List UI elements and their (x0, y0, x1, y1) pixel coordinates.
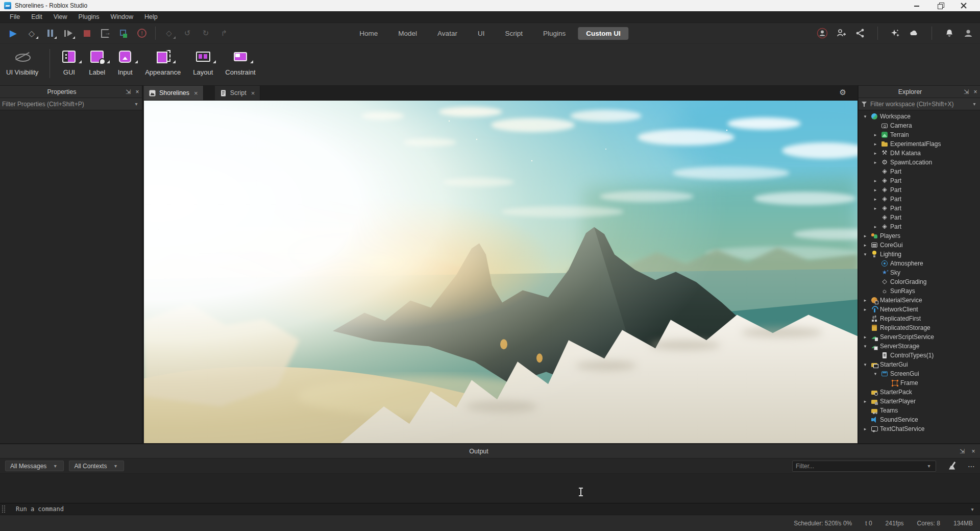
label-button[interactable]: Label (83, 44, 111, 85)
input-button[interactable]: Input (111, 44, 139, 85)
tree-row[interactable]: Atmosphere (859, 259, 980, 268)
panel-float-icon[interactable]: ⇲ (958, 448, 967, 455)
panel-close-icon[interactable]: × (971, 88, 980, 95)
explorer-filter-input[interactable] (870, 101, 968, 108)
history-redo-icon[interactable]: ↻ (197, 26, 215, 41)
tree-row[interactable]: ▸ Terrain (859, 130, 980, 139)
output-filter-input[interactable] (796, 463, 925, 470)
tree-row[interactable]: StarterPack (859, 388, 980, 397)
tree-row[interactable]: ▸ MaterialService (859, 296, 980, 305)
tree-row[interactable]: ReplicatedStorage (859, 323, 980, 332)
chevron-down-icon[interactable]: ▾ (133, 101, 140, 107)
expand-arrow-icon[interactable]: ▸ (872, 132, 879, 137)
expand-arrow-icon[interactable]: ▸ (862, 233, 869, 238)
history-jump-icon[interactable]: ↱ (215, 26, 233, 41)
tree-row[interactable]: ControlTypes(1) (859, 351, 980, 360)
expand-arrow-icon[interactable]: ▸ (862, 426, 869, 431)
play-button[interactable]: ▶ (4, 26, 22, 41)
expand-arrow-icon[interactable]: ▸ (862, 334, 869, 340)
expand-arrow-icon[interactable]: ▸ (872, 141, 879, 147)
contexts-filter-dropdown[interactable]: All Contexts ▾ (69, 461, 124, 471)
chevron-down-icon[interactable]: ▾ (925, 463, 933, 469)
record-avatar-icon[interactable] (817, 28, 828, 39)
chevron-down-icon[interactable]: ▾ (971, 101, 978, 107)
menu-file[interactable]: File (4, 13, 26, 20)
tree-row[interactable]: ▸ Players (859, 231, 980, 240)
tree-row[interactable]: Sky (859, 268, 980, 277)
add-collaborator-icon[interactable] (836, 28, 847, 39)
expand-arrow-icon[interactable]: ▾ (872, 371, 879, 376)
tab-ui[interactable]: UI (470, 27, 493, 40)
ui-visibility-button[interactable]: UI Visibility (0, 44, 44, 85)
expand-arrow-icon[interactable]: ▸ (862, 243, 869, 248)
expand-arrow-icon[interactable]: ▸ (872, 178, 879, 183)
tab-plugins[interactable]: Plugins (535, 27, 574, 40)
appearance-button[interactable]: Appearance (139, 44, 187, 85)
tree-row[interactable]: Part (859, 213, 980, 222)
restore-button[interactable] (937, 3, 943, 9)
filter-funnel-icon[interactable] (861, 101, 868, 108)
output-log-area[interactable] (0, 474, 980, 503)
close-button[interactable] (961, 3, 967, 9)
menu-plugins[interactable]: Plugins (73, 13, 105, 20)
tree-row[interactable]: ▸ ExperimentalFlags (859, 139, 980, 149)
expand-arrow-icon[interactable]: ▾ (862, 344, 869, 349)
minimize-button[interactable] (914, 3, 920, 9)
tab-close-icon[interactable]: × (250, 89, 255, 97)
tree-row[interactable]: SoundService (859, 415, 980, 424)
play-mode-dropdown[interactable]: ◇ (22, 26, 41, 41)
tree-row[interactable]: ReplicatedFirst (859, 314, 980, 323)
menu-help[interactable]: Help (139, 13, 163, 20)
gui-button[interactable]: GUI (55, 44, 83, 85)
tree-row[interactable]: SunRays (859, 286, 980, 296)
expand-arrow-icon[interactable]: ▾ (862, 362, 869, 367)
tree-row[interactable]: ▸ Part (859, 176, 980, 185)
tab-custom-ui[interactable]: Custom UI (578, 27, 629, 40)
cloud-icon[interactable] (909, 28, 920, 39)
layout-button[interactable]: Layout (187, 44, 219, 85)
tree-row[interactable]: ▸ DM Katana (859, 149, 980, 158)
pause-button[interactable] (41, 26, 59, 41)
properties-filter-input[interactable] (2, 101, 130, 108)
tab-avatar[interactable]: Avatar (429, 27, 465, 40)
more-options-icon[interactable]: ⋯ (968, 462, 975, 470)
doc-tab-script[interactable]: Script × (215, 86, 261, 100)
tree-row[interactable]: ▸ Part (859, 185, 980, 195)
stop-button[interactable] (78, 26, 96, 41)
tab-model[interactable]: Model (390, 27, 425, 40)
expand-arrow-icon[interactable]: ▾ (862, 252, 869, 257)
constraint-button[interactable]: Constraint (219, 44, 261, 85)
menu-view[interactable]: View (48, 13, 73, 20)
diamond-dim-button[interactable]: ◇ (160, 26, 178, 41)
tree-row[interactable]: ▸ ServerScriptService (859, 332, 980, 342)
panel-float-icon[interactable]: ⇲ (962, 88, 971, 95)
expand-arrow-icon[interactable]: ▸ (872, 197, 879, 202)
panel-float-icon[interactable]: ⇲ (124, 88, 133, 95)
tree-row[interactable]: ▸ SpawnLocation (859, 158, 980, 167)
tree-row[interactable]: ▸ Part (859, 204, 980, 213)
tree-row[interactable]: ▾ Workspace (859, 112, 980, 121)
expand-arrow-icon[interactable]: ▸ (862, 298, 869, 303)
menu-edit[interactable]: Edit (26, 13, 48, 20)
tree-row[interactable]: ▸ TextChatService (859, 424, 980, 433)
expand-arrow-icon[interactable]: ▸ (872, 160, 879, 165)
menu-window[interactable]: Window (105, 13, 139, 20)
expand-arrow-icon[interactable]: ▾ (862, 114, 869, 119)
tree-row[interactable]: ColorGrading (859, 277, 980, 286)
assistant-sparkles-icon[interactable] (890, 28, 901, 39)
tab-settings-gear-icon[interactable]: ⚙ (840, 88, 846, 97)
doc-tab-shorelines[interactable]: Shorelines × (144, 86, 204, 100)
exit-game-button[interactable] (96, 26, 114, 41)
messages-filter-dropdown[interactable]: All Messages ▾ (5, 461, 64, 471)
panel-close-icon[interactable]: × (969, 448, 978, 455)
tree-row[interactable]: ▾ Lighting (859, 250, 980, 259)
tree-row[interactable]: ▾ ServerStorage (859, 342, 980, 351)
tree-row[interactable]: ▸ CoreGui (859, 240, 980, 250)
history-undo-icon[interactable]: ↺ (178, 26, 197, 41)
chevron-down-icon[interactable]: ▾ (969, 506, 976, 512)
tree-row[interactable]: ▾ StarterGui (859, 360, 980, 369)
expand-arrow-icon[interactable]: ▸ (872, 151, 879, 156)
3d-viewport-canvas[interactable] (144, 100, 857, 443)
drag-handle-icon[interactable] (2, 505, 7, 513)
tree-row[interactable]: ▸ Part (859, 195, 980, 204)
